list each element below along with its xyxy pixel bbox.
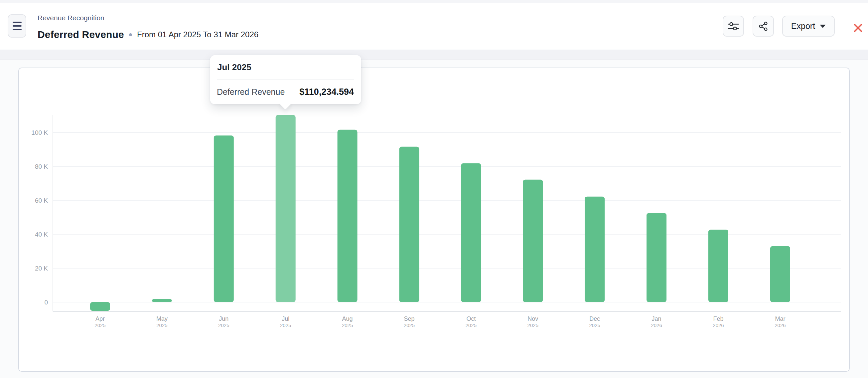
chevron-down-icon <box>820 25 826 28</box>
tooltip-value: $110,234.594 <box>299 87 354 97</box>
screen: Revenue Recognition Deferred Revenue Fro… <box>0 0 868 378</box>
filter-button[interactable] <box>723 16 744 37</box>
export-button[interactable]: Export <box>782 16 835 37</box>
share-icon <box>758 21 768 31</box>
content-top-band <box>0 50 868 60</box>
share-button[interactable] <box>753 16 774 37</box>
top-strip <box>0 0 868 3</box>
tooltip-title: Jul 2025 <box>217 55 251 79</box>
filter-sliders-icon <box>727 22 739 31</box>
tooltip-body: Jul 2025 Deferred Revenue $110,234.594 <box>210 55 361 104</box>
hamburger-icon <box>13 22 22 30</box>
date-range: From 01 Apr 2025 To 31 Mar 2026 <box>137 30 258 39</box>
content-area <box>0 50 868 378</box>
page-title: Deferred Revenue <box>38 29 124 40</box>
title-row: Deferred Revenue From 01 Apr 2025 To 31 … <box>38 28 258 41</box>
page-header: Revenue Recognition Deferred Revenue Fro… <box>0 3 868 49</box>
separator-dot-icon <box>129 33 132 36</box>
chart-tooltip: Jul 2025 Deferred Revenue $110,234.594 <box>210 55 361 104</box>
export-label: Export <box>791 21 815 31</box>
menu-button[interactable] <box>8 14 26 38</box>
chart-card <box>18 67 850 372</box>
breadcrumb[interactable]: Revenue Recognition <box>38 14 104 22</box>
close-icon <box>854 24 862 32</box>
tooltip-series-label: Deferred Revenue <box>217 87 285 97</box>
close-button[interactable] <box>851 21 865 35</box>
